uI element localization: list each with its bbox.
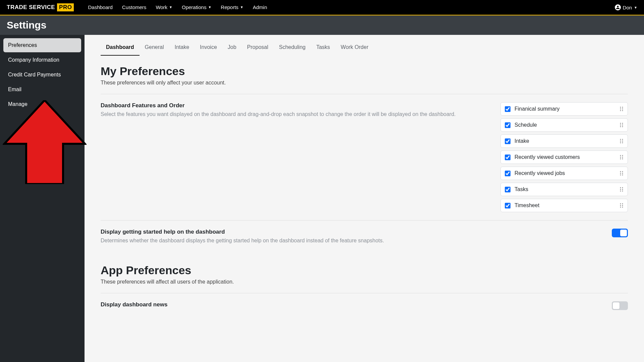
svg-point-38 [620,205,621,206]
getting-started-desc: Determines whether the dashboard display… [101,237,487,244]
svg-point-31 [622,187,623,188]
svg-point-13 [622,139,623,140]
svg-point-32 [620,189,621,190]
feature-item[interactable]: Timesheet [500,199,628,212]
dashboard-news-label: Display dashboard news [101,301,487,308]
svg-point-5 [622,110,623,111]
brand-logo[interactable]: TRADE SERVICE PRO [7,3,74,11]
main-content: Dashboard General Intake Invoice Job Pro… [85,35,644,362]
svg-point-25 [622,171,623,172]
dashboard-news-toggle[interactable] [612,301,628,310]
sidebar-item-credit-card-payments[interactable]: Credit Card Payments [3,68,81,82]
getting-started-toggle[interactable] [612,229,628,237]
tab-job[interactable]: Job [222,41,242,56]
sidebar-item-manage[interactable]: Manage [3,97,81,111]
drag-handle-icon[interactable] [620,155,624,160]
pref-dashboard-news: Display dashboard news [101,301,628,310]
svg-point-20 [620,157,621,158]
feature-item[interactable]: Finanical summary [500,102,628,116]
feature-item[interactable]: Recently viewed customers [500,150,628,164]
sidebar-item-preferences[interactable]: Preferences [3,38,81,52]
user-icon [615,4,621,10]
sidebar-item-email[interactable]: Email [3,82,81,97]
tab-tasks[interactable]: Tasks [311,41,335,56]
feature-name: Schedule [515,122,615,128]
tab-work-order[interactable]: Work Order [335,41,374,56]
divider [101,94,628,94]
feature-item[interactable]: Tasks [500,183,628,196]
app-preferences-subtitle: These preferences will affect all users … [101,279,628,285]
drag-handle-icon[interactable] [620,107,624,111]
feature-checkbox[interactable] [505,155,511,160]
feature-item[interactable]: Recently viewed jobs [500,167,628,180]
feature-checkbox[interactable] [505,138,511,144]
feature-checkbox[interactable] [505,187,511,192]
pref-getting-started: Display getting started help on the dash… [101,229,628,252]
drag-handle-icon[interactable] [620,123,624,127]
tab-dashboard[interactable]: Dashboard [101,41,140,56]
svg-point-19 [622,155,623,156]
nav-customers[interactable]: Customers [117,0,151,15]
nav-admin[interactable]: Admin [248,0,272,15]
my-preferences-title: My Preferences [101,65,628,78]
feature-name: Intake [515,138,615,144]
settings-sidebar: Preferences Company Information Credit C… [0,35,85,362]
drag-handle-icon[interactable] [620,187,624,192]
svg-point-29 [622,175,623,176]
sidebar-item-company-information[interactable]: Company Information [3,53,81,67]
svg-point-35 [622,191,623,192]
tab-general[interactable]: General [140,41,169,56]
pref-dashboard-features: Dashboard Features and Order Select the … [101,102,628,221]
nav-work[interactable]: Work▼ [151,0,177,15]
svg-point-34 [620,191,621,192]
nav-operations[interactable]: Operations▼ [177,0,216,15]
feature-checkbox[interactable] [505,122,511,128]
feature-name: Finanical summary [515,106,615,112]
divider [101,293,628,293]
svg-point-36 [620,203,621,204]
tab-proposal[interactable]: Proposal [242,41,274,56]
user-name: Don [623,5,632,10]
preference-tabs: Dashboard General Intake Invoice Job Pro… [85,35,644,56]
tab-intake[interactable]: Intake [169,41,195,56]
svg-point-37 [622,203,623,204]
svg-point-21 [622,157,623,158]
svg-point-23 [622,159,623,160]
svg-point-18 [620,155,621,156]
svg-point-16 [620,142,621,143]
svg-point-0 [620,107,621,108]
svg-point-8 [620,125,621,126]
caret-down-icon: ▼ [634,6,637,9]
app-preferences-title: App Preferences [101,264,628,277]
svg-point-40 [620,207,621,208]
features-desc: Select the features you want displayed o… [101,110,487,118]
svg-point-22 [620,159,621,160]
feature-item[interactable]: Intake [500,134,628,148]
feature-checkbox[interactable] [505,106,511,112]
feature-checkbox[interactable] [505,203,511,208]
top-nav: TRADE SERVICE PRO Dashboard Customers Wo… [0,0,644,15]
nav-user-menu[interactable]: Don ▼ [615,4,637,10]
tab-invoice[interactable]: Invoice [195,41,222,56]
feature-item[interactable]: Schedule [500,118,628,132]
tab-scheduling[interactable]: Scheduling [274,41,311,56]
svg-point-9 [622,125,623,126]
svg-point-41 [622,207,623,208]
drag-handle-icon[interactable] [620,203,624,208]
nav-dashboard[interactable]: Dashboard [83,0,117,15]
features-label: Dashboard Features and Order [101,102,487,109]
svg-point-7 [622,123,623,124]
feature-list: Finanical summaryScheduleIntakeRecently … [500,102,628,212]
getting-started-label: Display getting started help on the dash… [101,229,487,235]
drag-handle-icon[interactable] [620,139,624,143]
drag-handle-icon[interactable] [620,171,624,176]
feature-name: Recently viewed customers [515,154,615,160]
svg-point-17 [622,142,623,143]
nav-reports[interactable]: Reports▼ [216,0,248,15]
svg-point-30 [620,187,621,188]
annotation-arrow-icon [3,100,87,185]
feature-name: Timesheet [515,202,615,208]
feature-checkbox[interactable] [505,171,511,176]
brand-text: TRADE SERVICE [7,4,55,11]
feature-name: Tasks [515,186,615,192]
